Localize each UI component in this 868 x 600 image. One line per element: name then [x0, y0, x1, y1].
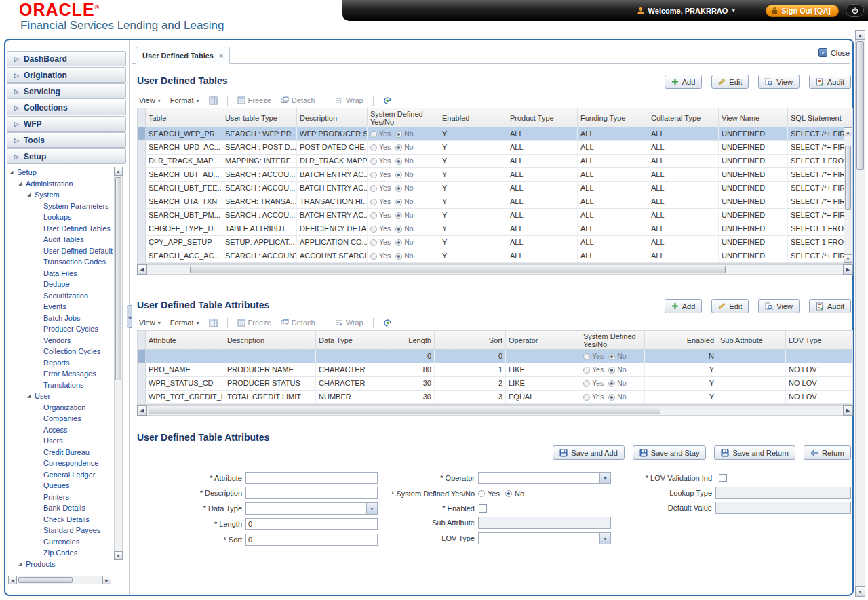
column-header-enabled[interactable]: Enabled — [645, 331, 717, 349]
tree-node-check-details[interactable]: Check Details — [8, 514, 113, 525]
edit-button[interactable]: Edit — [711, 299, 749, 313]
save-and-add-button[interactable]: Save and Add — [553, 445, 625, 460]
sidebar-item-dashboard[interactable]: ▷DashBoard — [7, 51, 126, 66]
tree-node-user-defined-defaults[interactable]: User Defined Defaults — [8, 245, 113, 257]
view-button[interactable]: View — [758, 299, 800, 313]
tree-node-vendors[interactable]: Vendors — [8, 335, 113, 346]
wrap-button[interactable]: Wrap — [333, 95, 366, 106]
add-button[interactable]: Add — [665, 75, 703, 89]
column-header-collateral-type[interactable]: Collateral Type — [648, 108, 719, 127]
scrollbar-track[interactable] — [17, 576, 102, 584]
table-row[interactable]: CPY_APP_SETUPSETUP: APPLICAT...APPLICATI… — [138, 236, 852, 249]
scrollbar-thumb[interactable] — [149, 407, 660, 414]
tree-node-events[interactable]: Events — [8, 301, 113, 313]
tree-expanded-icon[interactable]: ◢ — [18, 181, 26, 186]
sidebar-item-tools[interactable]: ▷Tools — [7, 132, 126, 148]
tree-node-lookups[interactable]: Lookups — [8, 212, 113, 223]
scrollbar-thumb[interactable] — [845, 146, 851, 210]
freeze-button[interactable]: Freeze — [235, 317, 273, 328]
scrollbar-track[interactable] — [147, 264, 843, 275]
column-header-description[interactable]: Description — [297, 108, 368, 127]
table-row[interactable]: DLR_TRACK_MAP...MAPPING: INTERF...DLR_TR… — [138, 155, 852, 168]
tree-node-users[interactable]: Users — [8, 435, 113, 447]
grid-vertical-scrollbar[interactable]: ▲ ▼ — [844, 127, 852, 263]
operator-select[interactable]: ▼ — [478, 472, 611, 484]
power-button[interactable] — [846, 4, 864, 17]
scroll-down-button[interactable]: ▼ — [844, 254, 852, 263]
page-vertical-scrollbar[interactable]: ▲ ▼ — [855, 30, 865, 597]
scrollbar-thumb[interactable] — [115, 177, 121, 380]
table-row[interactable]: PRO_NAMEPRODUCER NAMECHARACTER801LIKEYes… — [138, 363, 852, 377]
table-row[interactable]: SEARCH_UBT_AD...SEARCH : ACCOU...BATCH E… — [138, 168, 852, 182]
tree-vertical-scrollbar[interactable]: ▲ ▼ — [114, 167, 123, 560]
scroll-left-button[interactable]: ◀ — [8, 576, 17, 584]
column-header-funding-type[interactable]: Funding Type — [578, 108, 648, 127]
export-to-excel-button[interactable] — [207, 317, 220, 329]
row-selector[interactable] — [138, 155, 146, 167]
column-header-length[interactable]: Length — [387, 331, 435, 349]
column-header-table[interactable]: Table — [146, 108, 222, 127]
scroll-right-button[interactable]: ▶ — [102, 576, 111, 584]
scroll-left-button[interactable]: ◀ — [137, 405, 147, 416]
sidebar-item-servicing[interactable]: ▷Servicing — [7, 83, 126, 99]
data-type-select[interactable]: ▼ — [245, 502, 378, 515]
tree-node-currencies[interactable]: Currencies — [8, 536, 113, 548]
row-selector[interactable] — [138, 350, 146, 363]
row-selector[interactable] — [138, 141, 146, 154]
scrollbar-track[interactable] — [844, 136, 852, 254]
row-selector[interactable] — [138, 182, 146, 195]
length-input[interactable] — [245, 518, 378, 530]
table-row[interactable]: WPR_STATUS_CDPRODUCER STATUSCHARACTER302… — [138, 377, 852, 391]
detach-button[interactable]: Detach — [279, 317, 317, 328]
column-header-operator[interactable]: Operator — [506, 331, 580, 349]
add-button[interactable]: Add — [665, 299, 703, 313]
tree-node-dedupe[interactable]: Dedupe — [8, 279, 113, 290]
lookup-type-input[interactable] — [715, 487, 851, 499]
table-row[interactable]: 00YesNoN — [138, 350, 852, 363]
table-row[interactable]: SEARCH_WFP_PR...SEARCH : WFP PR...WFP PR… — [138, 127, 852, 141]
wrap-button[interactable]: Wrap — [333, 317, 366, 328]
refresh-button[interactable] — [381, 95, 394, 106]
tree-node-reports[interactable]: Reports — [8, 357, 113, 369]
tree-node-queues[interactable]: Queues — [8, 480, 113, 492]
row-selector[interactable] — [138, 222, 146, 235]
scroll-right-button[interactable]: ▶ — [843, 405, 853, 416]
column-header-sort[interactable]: Sort — [435, 331, 506, 349]
tab-user-defined-tables[interactable]: User Defined Tables × — [136, 47, 230, 64]
format-menu[interactable]: Format▾ — [168, 95, 201, 106]
table-row[interactable]: SEARCH_UPD_AC...SEARCH : POST D...POST D… — [138, 141, 852, 155]
tree-horizontal-scrollbar[interactable]: ◀ ▶ — [8, 576, 111, 584]
scroll-left-button[interactable]: ◀ — [137, 264, 147, 275]
attribute-input[interactable] — [245, 472, 378, 484]
freeze-button[interactable]: Freeze — [235, 95, 273, 106]
audit-button[interactable]: Audit — [809, 75, 851, 89]
tree-node-audit-tables[interactable]: Audit Tables — [8, 234, 113, 245]
tree-node-translations[interactable]: Translations — [8, 380, 113, 391]
welcome-menu[interactable]: Welcome, PRAKRRAO ▼ — [637, 7, 736, 15]
format-menu[interactable]: Format▾ — [168, 317, 201, 328]
column-header-data-type[interactable]: Data Type — [316, 331, 387, 349]
scroll-up-button[interactable]: ▲ — [844, 127, 852, 136]
edit-button[interactable]: Edit — [711, 75, 749, 89]
sidebar-item-origination[interactable]: ▷Origination — [7, 67, 126, 83]
column-header-sub-attribute[interactable]: Sub Attribute — [717, 331, 786, 349]
tree-node-collection-cycles[interactable]: Collection Cycles — [8, 346, 113, 357]
row-selector[interactable] — [138, 195, 146, 208]
column-header-product-type[interactable]: Product Type — [507, 108, 578, 127]
scrollbar-track[interactable] — [147, 405, 843, 416]
table-row[interactable]: SEARCH_UBT_FEE...SEARCH : ACCOU...BATCH … — [138, 182, 852, 195]
scroll-up-button[interactable]: ▲ — [855, 30, 865, 40]
row-selector[interactable] — [138, 363, 146, 376]
close-button[interactable]: × Close — [818, 48, 850, 57]
table-row[interactable]: WPR_TOT_CREDIT_L...TOTAL CREDIT LIMITNUM… — [138, 391, 852, 404]
scrollbar-thumb[interactable] — [856, 41, 864, 170]
tree-node-zip-codes[interactable]: Zip Codes — [8, 547, 113, 559]
tree-node-products[interactable]: ◢Products — [8, 559, 113, 570]
column-header-lov-type[interactable]: LOV Type — [786, 331, 852, 349]
tree-node-system[interactable]: ◢System — [8, 189, 113, 201]
table-row[interactable]: SEARCH_ACC_AC...SEARCH : ACCOUNTACCOUNT … — [138, 249, 852, 263]
column-header-view-name[interactable]: View Name — [719, 108, 788, 127]
view-menu[interactable]: View▾ — [137, 317, 163, 328]
tree-node-printers[interactable]: Printers — [8, 492, 113, 503]
column-header-user-table-type[interactable]: User table Type — [222, 108, 297, 127]
